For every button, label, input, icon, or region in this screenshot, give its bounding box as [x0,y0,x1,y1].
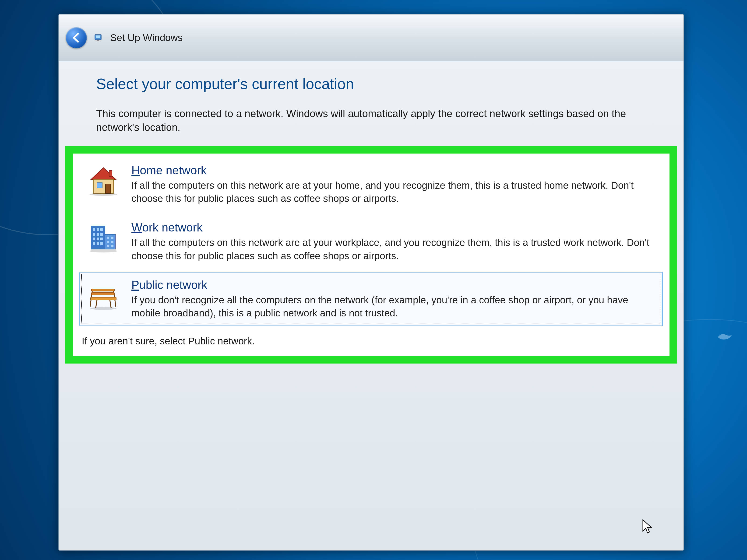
arrow-left-icon [71,32,82,44]
svg-rect-24 [100,242,103,245]
option-public-network[interactable]: Public network If you don't recognize al… [79,272,663,326]
option-home-title: Home network [131,164,658,177]
page-heading: Select your computer's current location [96,75,646,92]
option-work-text: Work network If all the computers on thi… [131,221,658,263]
svg-point-39 [91,307,117,310]
svg-rect-23 [97,242,99,245]
svg-rect-27 [107,241,109,243]
highlighted-options-zone: Home network If all the computers on thi… [66,146,677,364]
svg-rect-30 [111,245,113,247]
svg-rect-15 [100,228,103,231]
svg-rect-8 [105,184,111,193]
svg-rect-19 [93,238,95,240]
option-work-title: Work network [131,221,658,234]
svg-rect-29 [107,245,109,247]
option-public-text: Public network If you don't recognize al… [131,278,658,320]
option-public-title: Public network [131,278,658,292]
setup-window: Set Up Windows Select your computer's cu… [58,14,684,551]
svg-rect-28 [111,241,113,243]
svg-rect-20 [97,238,99,240]
svg-rect-21 [100,238,103,240]
svg-rect-22 [93,242,95,245]
svg-rect-1 [96,35,100,38]
svg-rect-26 [111,237,113,239]
office-buildings-icon [85,221,122,254]
option-home-description: If all the computers on this network are… [131,179,658,205]
svg-rect-3 [96,41,100,41]
desktop-background: Set Up Windows Select your computer's cu… [0,0,747,560]
svg-rect-18 [100,233,103,236]
park-bench-icon [85,278,122,311]
titlebar: Set Up Windows [59,15,684,61]
footer-note: If you aren't sure, select Public networ… [79,329,663,347]
svg-point-10 [89,193,118,196]
svg-point-31 [89,250,118,252]
svg-rect-37 [92,293,114,295]
house-icon [85,164,122,196]
svg-rect-16 [93,233,95,236]
header-area: Select your computer's current location … [59,61,684,146]
svg-rect-25 [107,237,109,239]
back-button[interactable] [66,27,87,48]
setup-app-icon [94,33,103,43]
window-title: Set Up Windows [110,32,183,44]
windows-bird-icon [717,331,733,343]
options-panel: Home network If all the computers on thi… [73,154,670,356]
svg-rect-2 [97,40,99,41]
svg-rect-7 [97,183,102,188]
svg-rect-38 [91,297,116,300]
option-work-description: If all the computers on this network are… [131,236,658,263]
svg-rect-13 [93,228,95,231]
svg-line-35 [110,299,111,308]
svg-rect-36 [92,289,114,291]
option-public-description: If you don't recognize all the computers… [131,294,658,320]
option-home-network[interactable]: Home network If all the computers on thi… [79,157,663,212]
svg-rect-12 [105,234,115,249]
svg-rect-9 [109,170,112,177]
page-subheading: This computer is connected to a network.… [96,107,646,134]
option-work-network[interactable]: Work network If all the computers on thi… [79,214,663,269]
mouse-cursor-icon [642,519,653,534]
svg-line-34 [96,299,97,308]
option-home-text: Home network If all the computers on thi… [131,164,658,205]
svg-rect-14 [97,228,99,231]
svg-rect-17 [97,233,99,236]
